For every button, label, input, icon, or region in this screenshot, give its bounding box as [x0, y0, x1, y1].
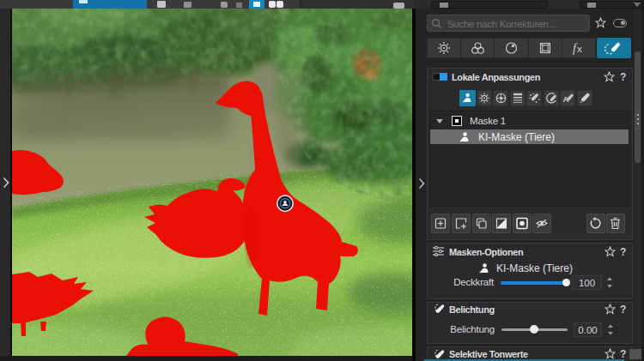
svg-text:x: x	[577, 44, 582, 54]
